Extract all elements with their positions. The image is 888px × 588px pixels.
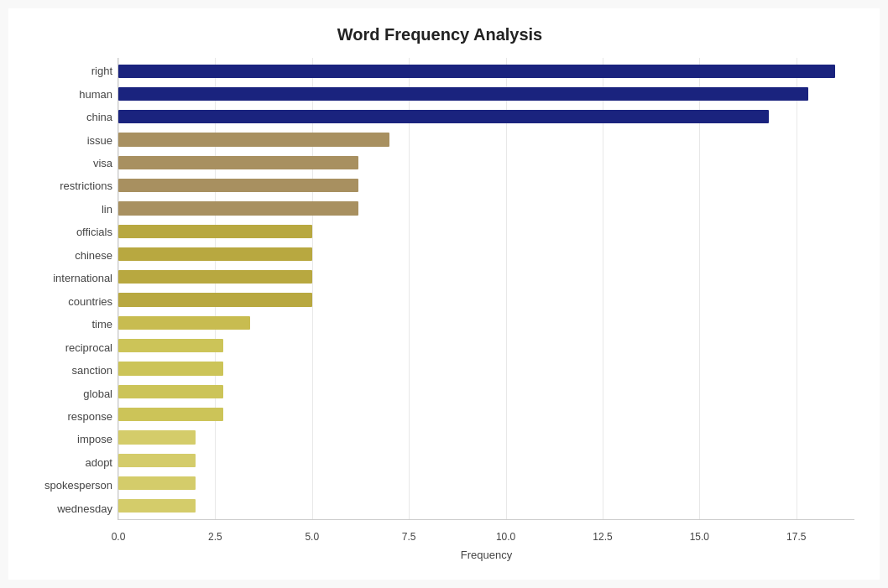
x-tick: 15.0 (690, 531, 709, 543)
bar-row (118, 335, 854, 357)
bar-row (118, 151, 854, 174)
y-label: issue (87, 128, 118, 151)
bar (118, 87, 808, 101)
y-label: human (79, 82, 118, 105)
bar-row (118, 449, 854, 471)
bar (118, 476, 196, 490)
bar-row (118, 289, 854, 311)
x-tick: 0.0 (112, 531, 126, 543)
bar-row (118, 60, 854, 82)
bar-row (118, 174, 854, 196)
bar-row (118, 311, 854, 334)
bar (118, 270, 312, 284)
bar (118, 454, 196, 467)
bar (118, 362, 223, 375)
y-label: restrictions (60, 174, 118, 197)
bar (118, 408, 223, 421)
x-tick: 10.0 (496, 531, 515, 543)
y-label: wednesday (57, 497, 118, 520)
bar (118, 247, 312, 261)
bar (118, 430, 196, 444)
x-tick: 7.5 (402, 531, 416, 543)
y-label: countries (68, 290, 118, 313)
bar-row (118, 495, 854, 518)
bar (118, 201, 358, 215)
y-label: global (83, 382, 118, 404)
bar-row (118, 380, 854, 403)
bar-row (118, 242, 854, 265)
y-label: right (91, 60, 118, 82)
chart-area: righthumanchinaissuevisarestrictionslino… (25, 58, 854, 520)
x-tick: 12.5 (593, 531, 612, 543)
bar-row (118, 357, 854, 380)
y-label: impose (77, 428, 118, 450)
x-tick: 5.0 (305, 531, 319, 543)
bar-row (118, 426, 854, 449)
bar-row (118, 106, 854, 128)
bar (118, 133, 389, 146)
bar (118, 156, 358, 169)
bar (118, 385, 223, 398)
chart-container: Word Frequency Analysis righthumanchinai… (8, 8, 880, 580)
bar-row (118, 197, 854, 220)
bar-row (118, 220, 854, 242)
x-tick: 17.5 (786, 531, 806, 543)
y-label: international (53, 267, 118, 289)
bar (118, 499, 196, 513)
x-axis-title: Frequency (118, 549, 854, 561)
y-label: spokesperson (44, 474, 118, 497)
bar-row (118, 403, 854, 425)
y-label: sanction (72, 359, 118, 382)
bar (118, 339, 223, 352)
bar-row (118, 266, 854, 289)
bar (118, 225, 312, 238)
y-label: lin (102, 198, 118, 221)
plot-area: 0.02.55.07.510.012.515.017.5 Frequency (118, 58, 854, 520)
bar-row (118, 82, 854, 105)
y-label: adopt (85, 451, 118, 474)
bars-container (118, 58, 854, 519)
x-tick: 2.5 (208, 531, 222, 543)
y-label: officials (76, 221, 118, 243)
bar (118, 316, 250, 330)
bar (118, 65, 835, 78)
bar (118, 179, 358, 192)
y-label: china (86, 106, 118, 128)
y-label: response (68, 405, 118, 428)
bar (118, 293, 312, 306)
bar-row (118, 128, 854, 151)
bar (118, 110, 769, 123)
y-label: visa (93, 152, 118, 174)
chart-title: Word Frequency Analysis (25, 25, 854, 44)
y-label: reciprocal (65, 336, 118, 358)
y-label: time (91, 313, 118, 336)
y-axis: righthumanchinaissuevisarestrictionslino… (25, 58, 118, 520)
bar-row (118, 471, 854, 494)
y-label: chinese (75, 244, 118, 267)
